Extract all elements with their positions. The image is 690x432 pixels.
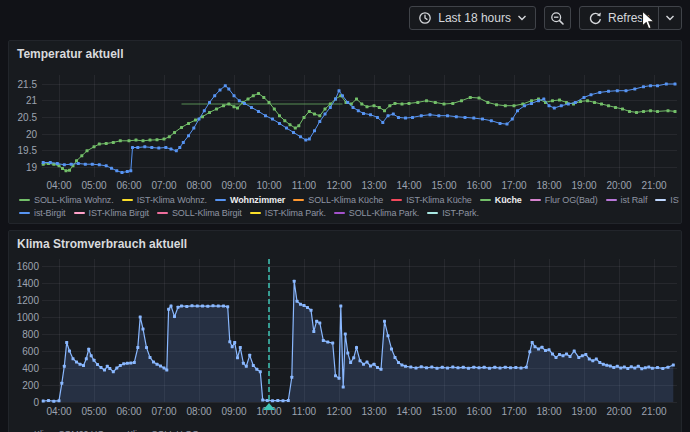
x-tick-label: 21:00 — [641, 406, 666, 417]
y-tick-label: 800 — [22, 329, 39, 340]
legend-swatch — [391, 199, 402, 201]
power-chart: 0200400600800100012001400160004:0005:000… — [9, 231, 683, 432]
legend-label: IST-Klima Birgit — [89, 208, 149, 218]
x-tick-label: 13:00 — [361, 406, 386, 417]
legend-item[interactable]: ist Ralf — [606, 195, 648, 205]
y-tick-label: 19.5 — [18, 145, 38, 156]
plot-area[interactable] — [42, 75, 677, 177]
top-toolbar: Last 18 hours Refresh — [0, 0, 690, 36]
legend-swatch — [74, 212, 85, 214]
clock-icon — [418, 11, 432, 25]
legend-swatch — [334, 212, 345, 214]
pointer-cursor-icon — [641, 10, 656, 31]
x-tick-label: 10:00 — [256, 180, 281, 191]
y-tick-label: 600 — [22, 346, 39, 357]
x-tick-label: 14:00 — [396, 180, 421, 191]
legend-label: IST-Klima Küche — [406, 195, 472, 205]
legend-label: SOLL-Klima Park. — [349, 208, 419, 218]
plot-area[interactable] — [42, 259, 677, 402]
x-tick-label: 05:00 — [81, 180, 106, 191]
x-tick-label: 08:00 — [186, 406, 211, 417]
y-tick-label: 1400 — [17, 278, 40, 289]
panel-title: Klima Stromverbrauch aktuell — [17, 237, 187, 251]
x-tick-label: 11:00 — [292, 180, 317, 191]
legend-item[interactable]: Küche — [480, 195, 522, 205]
legend-item[interactable]: SOLL-Klima Küche — [293, 195, 383, 205]
x-tick-label: 12:00 — [326, 180, 351, 191]
x-tick-label: 19:00 — [571, 406, 596, 417]
time-range-picker-button[interactable]: Last 18 hours — [409, 6, 536, 30]
y-tick-label: 20.5 — [18, 112, 38, 123]
y-tick-label: 19 — [26, 162, 38, 173]
legend-item[interactable]: IST-Klima Park. — [250, 208, 326, 218]
legend-swatch — [122, 199, 133, 201]
x-tick-label: 15:00 — [431, 180, 456, 191]
panel-temperatur-aktuell: 1919.52020.52121.504:0005:0006:0007:0008… — [8, 40, 682, 224]
refresh-interval-dropdown[interactable] — [658, 7, 681, 29]
x-tick-label: 18:00 — [536, 406, 561, 417]
legend-swatch — [293, 199, 304, 201]
legend-swatch — [250, 212, 261, 214]
chevron-down-icon — [665, 14, 675, 22]
x-tick-label: 07:00 — [151, 180, 176, 191]
legend-item[interactable]: SOLL-Klima Park. — [334, 208, 419, 218]
legend-item[interactable]: IST-Klima Wohnz. — [122, 195, 207, 205]
y-tick-label: 0 — [33, 397, 39, 408]
legend-swatch — [19, 199, 30, 201]
y-tick-label: 1000 — [17, 312, 40, 323]
legend-swatch — [19, 212, 30, 214]
legend-row: Klima SOM60 HOKlima SOLL H OG — [19, 427, 679, 432]
x-tick-label: 21:00 — [641, 180, 666, 191]
legend-item[interactable]: SOLL-Klima Birgit — [157, 208, 242, 218]
x-tick-label: 12:00 — [326, 406, 351, 417]
x-tick-label: 08:00 — [186, 180, 211, 191]
x-tick-label: 04:00 — [46, 180, 71, 191]
legend-swatch — [655, 199, 666, 201]
x-tick-label: 20:00 — [606, 180, 631, 191]
x-tick-label: 16:00 — [466, 180, 491, 191]
legend-swatch — [606, 199, 617, 201]
y-tick-label: 1600 — [17, 261, 40, 272]
legend-swatch — [215, 199, 226, 201]
y-tick-label: 20 — [26, 129, 38, 140]
legend-label: Flur OG(Bad) — [545, 195, 598, 205]
legend-label: SOLL-Klima Birgit — [172, 208, 242, 218]
legend-row-2: ist-BirgitIST-Klima BirgitSOLL-Klima Bir… — [19, 206, 679, 218]
legend-item[interactable]: SOLL-Klima Wohnz. — [19, 195, 114, 205]
legend-item[interactable]: Flur OG(Bad) — [530, 195, 598, 205]
legend-label: ist Ralf — [621, 195, 648, 205]
legend-label: IST-Park. — [442, 208, 479, 218]
legend-swatch — [530, 199, 541, 201]
legend-row-1: SOLL-Klima Wohnz.IST-Klima Wohnz.Wohnzim… — [19, 193, 679, 205]
x-tick-label: 06:00 — [116, 406, 141, 417]
x-tick-label: 13:00 — [361, 180, 386, 191]
legend-label: IST-Klima Ralf — [670, 195, 679, 205]
legend-item[interactable]: IST-Klima Ralf — [655, 195, 679, 205]
magnifier-minus-icon — [550, 11, 565, 26]
legend-label: IST-Klima Park. — [265, 208, 326, 218]
legend-item[interactable]: IST-Klima Birgit — [74, 208, 149, 218]
x-tick-label: 20:00 — [606, 406, 631, 417]
y-tick-label: 1200 — [17, 295, 40, 306]
legend-item[interactable]: IST-Klima Küche — [391, 195, 472, 205]
legend-label: Wohnzimmer — [230, 195, 285, 205]
y-tick-label: 21.5 — [18, 79, 38, 90]
x-tick-label: 05:00 — [81, 406, 106, 417]
legend-item[interactable]: Wohnzimmer — [215, 195, 285, 205]
x-tick-label: 17:00 — [501, 406, 526, 417]
x-tick-label: 15:00 — [431, 406, 456, 417]
legend-label: SOLL-Klima Wohnz. — [34, 195, 114, 205]
time-range-label: Last 18 hours — [438, 11, 511, 25]
zoom-out-time-button[interactable] — [544, 6, 571, 30]
x-tick-label: 11:00 — [292, 406, 317, 417]
legend-item[interactable]: IST-Park. — [427, 208, 479, 218]
x-tick-label: 06:00 — [116, 180, 141, 191]
legend-item[interactable]: ist-Birgit — [19, 208, 66, 218]
chevron-down-icon — [517, 14, 527, 22]
refresh-button-group: Refresh — [579, 6, 682, 30]
y-tick-label: 400 — [22, 363, 39, 374]
x-tick-label: 18:00 — [536, 180, 561, 191]
x-tick-label: 16:00 — [466, 406, 491, 417]
legend-label: ist-Birgit — [34, 208, 66, 218]
refresh-icon — [588, 11, 602, 25]
